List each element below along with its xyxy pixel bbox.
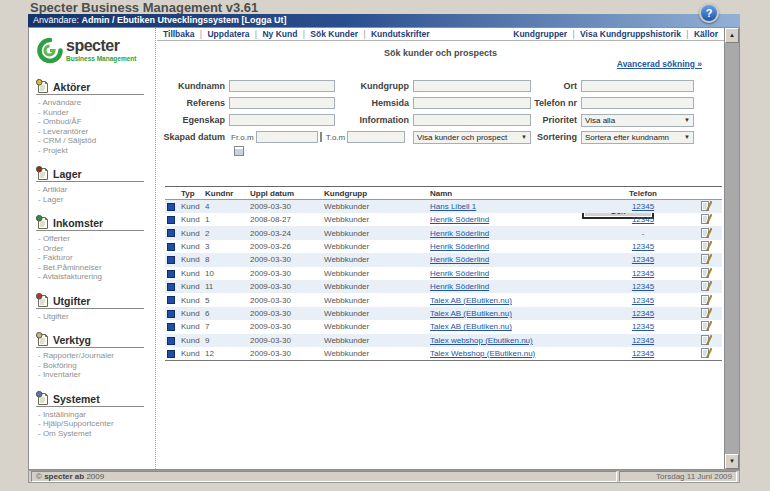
cell-edit — [683, 280, 722, 293]
nav-link[interactable]: Ny Kund — [262, 29, 297, 39]
scroll-down-icon[interactable]: ▼ — [725, 454, 739, 469]
row-type-icon-cell — [165, 267, 181, 280]
customer-name-link[interactable]: Henrik Söderlind — [430, 242, 489, 251]
edit-icon[interactable] — [701, 240, 712, 253]
customer-name-link[interactable]: Henrik Söderlind — [430, 269, 489, 278]
customer-name-link[interactable]: Henrik Söderlind — [430, 255, 489, 264]
customer-name-link[interactable]: Henrik Söderlind — [430, 282, 489, 291]
sidebar-item[interactable]: - Om Systemet — [38, 429, 155, 439]
sidebar-item[interactable]: - Order — [38, 244, 155, 254]
kundgrupp-input[interactable] — [413, 80, 531, 92]
sidebar-section-heading[interactable]: Lager — [36, 166, 144, 182]
cell-kundgrupp: Webbkunder — [324, 334, 430, 347]
nav-link[interactable]: Kundgrupper — [513, 29, 567, 39]
sidebar-item[interactable]: - Användare — [38, 98, 155, 108]
nav-link[interactable]: Kundutskrifter — [371, 29, 430, 39]
sidebar-item[interactable]: - Offerter — [38, 234, 155, 244]
vertical-scrollbar[interactable]: ▲ ▼ — [724, 28, 739, 469]
prioritet-value: Visa alla — [585, 116, 615, 125]
sidebar-section-heading[interactable]: Aktörer — [36, 79, 144, 95]
income-icon — [36, 215, 49, 229]
sidebar-item[interactable]: - Utgifter — [38, 312, 155, 322]
sidebar-item[interactable]: - Lager — [38, 195, 155, 205]
scroll-up-icon[interactable]: ▲ — [725, 28, 739, 43]
nav-link[interactable]: Källor — [694, 29, 718, 39]
ort-input[interactable] — [581, 80, 694, 92]
nav-link[interactable]: Uppdatera — [207, 29, 249, 39]
help-icon[interactable]: ? — [699, 3, 719, 23]
edit-icon[interactable] — [701, 334, 712, 347]
sidebar-item[interactable]: - Rapporter/Journaler — [38, 351, 155, 361]
sidebar-item[interactable]: - Artiklar — [38, 185, 155, 195]
hemsida-input[interactable] — [413, 97, 531, 109]
sidebar-section-heading[interactable]: Inkomster — [36, 215, 144, 231]
telefon-link[interactable]: 12345 — [632, 282, 654, 291]
egenskap-input[interactable] — [229, 114, 335, 126]
referens-input[interactable] — [229, 97, 335, 109]
sidebar-item[interactable]: - Fakturor — [38, 253, 155, 263]
telefon-link[interactable]: 12345 — [632, 336, 654, 345]
edit-icon[interactable] — [701, 307, 712, 320]
customer-name-link[interactable]: Talex AB (EButiken.nu) — [430, 296, 512, 305]
sidebar-item[interactable]: - Inventarier — [38, 370, 155, 380]
telefon-link[interactable]: 12345 — [632, 269, 654, 278]
edit-icon[interactable] — [701, 253, 712, 266]
sidebar-item[interactable]: - Bet.Påminnelser — [38, 263, 155, 273]
sidebar-item[interactable]: - Bokföring — [38, 361, 155, 371]
edit-icon[interactable] — [701, 347, 712, 360]
information-input[interactable] — [413, 114, 531, 126]
prioritet-select[interactable]: Visa alla ▼ — [581, 114, 694, 127]
sidebar-item[interactable]: - Leverantörer — [38, 127, 155, 137]
t-o-m-input[interactable] — [347, 131, 405, 143]
visa-kunder-select[interactable]: Visa kunder och prospect ▼ — [413, 131, 531, 144]
telefon-link[interactable]: 12345 — [632, 242, 654, 251]
sidebar-section-heading[interactable]: Verktyg — [36, 332, 144, 348]
sidebar-section-heading[interactable]: Systemet — [36, 391, 144, 407]
edit-icon[interactable] — [701, 227, 712, 240]
cell-kundnr: 4 — [205, 200, 250, 214]
user-session-label[interactable]: Admin / Ebutiken Utvecklingssystem [Logg… — [82, 15, 287, 25]
edit-icon[interactable] — [701, 280, 712, 293]
kundnamn-input[interactable] — [229, 80, 335, 92]
telefon-nr-input[interactable] — [581, 97, 694, 109]
customer-name-link[interactable]: Henrik Söderlind — [430, 215, 489, 224]
nav-link[interactable]: Visa Kundgruppshistorik — [580, 29, 681, 39]
customer-name-link[interactable]: Talex AB (EButiken.nu) — [430, 322, 512, 331]
customer-name-link[interactable]: Talex AB (EButiken.nu) — [430, 309, 512, 318]
cell-typ: Kund — [181, 253, 205, 266]
sidebar-item[interactable]: - Hjälp/Supportcenter — [38, 419, 155, 429]
customer-name-link[interactable]: Talex Webshop (EButiken.nu) — [430, 349, 535, 358]
telefon-link[interactable]: 12345 — [632, 349, 654, 358]
customer-name-link[interactable]: Hans Libell 1 — [430, 202, 476, 211]
edit-icon[interactable] — [701, 213, 712, 226]
advanced-search-link[interactable]: Avancerad sökning » — [617, 59, 702, 69]
sidebar-item[interactable]: - Ombud/ÅF — [38, 117, 155, 127]
nav-link[interactable]: Sök Kunder — [310, 29, 358, 39]
sortering-select[interactable]: Sortera efter kundnamn ▼ — [581, 131, 694, 144]
sidebar-item[interactable]: - Kunder — [38, 108, 155, 118]
edit-icon[interactable] — [701, 267, 712, 280]
sidebar-item[interactable]: - Inställningar — [38, 410, 155, 420]
sidebar-item[interactable]: - CRM / Säljstöd — [38, 136, 155, 146]
telefon-link[interactable]: 12345 — [632, 202, 654, 211]
telefon-link[interactable]: 12345 — [632, 309, 654, 318]
telefon-link[interactable]: 12345 — [632, 215, 654, 224]
sidebar-section-heading[interactable]: Utgifter — [36, 293, 144, 309]
telefon-link[interactable]: 12345 — [632, 296, 654, 305]
sidebar-item[interactable]: - Avtalsfakturering — [38, 272, 155, 282]
customer-type-icon — [167, 337, 175, 345]
customer-name-link[interactable]: Henrik Söderlind — [430, 229, 489, 238]
edit-icon[interactable] — [701, 200, 712, 213]
edit-icon[interactable] — [701, 320, 712, 333]
calendar-icon[interactable] — [320, 132, 322, 142]
telefon-link[interactable]: 12345 — [632, 255, 654, 264]
edit-icon[interactable] — [701, 294, 712, 307]
sidebar-item[interactable]: - Projekt — [38, 146, 155, 156]
calendar-icon[interactable] — [234, 146, 244, 156]
customer-name-link[interactable]: Talex webshop (Ebutiken.nu) — [430, 336, 533, 345]
telefon-link[interactable]: 12345 — [632, 322, 654, 331]
nav-link[interactable]: Tillbaka — [163, 29, 195, 39]
fr-o-m-input[interactable] — [256, 131, 318, 143]
cell-telefon: - — [603, 226, 683, 239]
nav-left-links: Tillbaka | Uppdatera | Ny Kund | Sök Kun… — [163, 28, 430, 40]
